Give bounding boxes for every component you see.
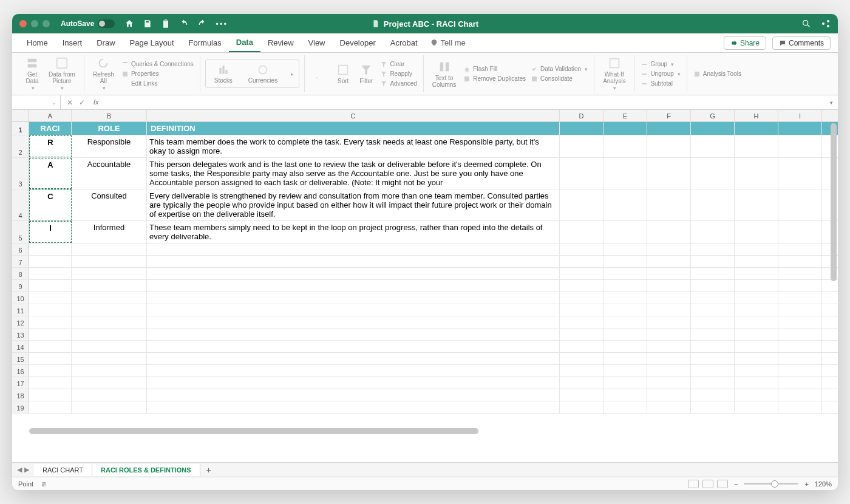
row-header-1[interactable]: 1 (12, 122, 29, 135)
cell-G8[interactable] (691, 268, 735, 279)
data-from-picture-button[interactable]: Data from Picture▾ (45, 55, 79, 93)
cell-B8[interactable] (72, 268, 147, 279)
search-icon[interactable] (801, 19, 811, 29)
queries-connections-button[interactable]: Queries & Connections (120, 60, 195, 69)
cell-G7[interactable] (691, 256, 735, 267)
normal-view-button[interactable] (688, 480, 699, 488)
cell-I17[interactable] (778, 377, 822, 389)
vertical-scrollbar[interactable] (831, 123, 837, 281)
cell-F19[interactable] (647, 401, 691, 413)
cell-I8[interactable] (778, 268, 822, 279)
save-icon[interactable] (143, 19, 152, 29)
row-header-2[interactable]: 2 (12, 135, 29, 157)
cell-G9[interactable] (691, 280, 735, 291)
row-header-16[interactable]: 16 (12, 365, 29, 376)
cell-F17[interactable] (647, 377, 691, 389)
cell-B3[interactable]: Accountable (72, 158, 147, 189)
cell-E2[interactable] (604, 135, 647, 157)
row-header-7[interactable]: 7 (12, 256, 29, 267)
tell-me[interactable]: Tell me (430, 38, 466, 47)
cell-I6[interactable] (778, 243, 822, 255)
cell-G1[interactable] (691, 122, 735, 135)
home-icon[interactable] (124, 19, 134, 29)
tab-developer[interactable]: Developer (333, 33, 383, 52)
cell-C8[interactable] (147, 268, 560, 279)
cell-G5[interactable] (691, 221, 735, 243)
cell-H17[interactable] (735, 377, 778, 389)
cell-G2[interactable] (691, 135, 735, 157)
share-button[interactable]: Share (724, 36, 766, 50)
cell-D15[interactable] (560, 353, 604, 364)
cell-E15[interactable] (604, 353, 647, 364)
comments-button[interactable]: Comments (772, 36, 831, 50)
cell-H9[interactable] (735, 280, 778, 291)
cell-F5[interactable] (647, 221, 691, 243)
cell-H7[interactable] (735, 256, 778, 267)
row-header-14[interactable]: 14 (12, 341, 29, 352)
cell-D18[interactable] (560, 389, 604, 401)
clipboard-icon[interactable] (161, 19, 171, 29)
spreadsheet-grid[interactable]: ABCDEFGHI 1RACIROLEDEFINITION2RResponsib… (12, 110, 838, 462)
row-header-15[interactable]: 15 (12, 353, 29, 364)
cell-H15[interactable] (735, 353, 778, 364)
stocks-button[interactable]: Stocks (211, 63, 236, 85)
cell-H4[interactable] (735, 189, 778, 220)
cell-B6[interactable] (72, 243, 147, 255)
cell-C19[interactable] (147, 401, 560, 413)
cell-C9[interactable] (147, 280, 560, 291)
cell-H18[interactable] (735, 389, 778, 401)
cell-B9[interactable] (72, 280, 147, 291)
cell-H6[interactable] (735, 243, 778, 255)
clear-filter-button[interactable]: Clear (379, 60, 418, 69)
cell-E3[interactable] (604, 158, 647, 189)
cell-C12[interactable] (147, 316, 560, 328)
cell-D1[interactable] (560, 122, 604, 135)
cell-C16[interactable] (147, 365, 560, 376)
cell-E17[interactable] (604, 377, 647, 389)
cell-C13[interactable] (147, 329, 560, 340)
column-header-C[interactable]: C (147, 110, 560, 121)
cell-E10[interactable] (604, 292, 647, 304)
cell-D11[interactable] (560, 304, 604, 316)
cell-D5[interactable] (560, 221, 604, 243)
tab-review[interactable]: Review (260, 33, 301, 52)
cell-I1[interactable] (778, 122, 822, 135)
cell-G15[interactable] (691, 353, 735, 364)
data-types-more[interactable]: ▸ (291, 71, 294, 77)
cell-E9[interactable] (604, 280, 647, 291)
expand-formula-bar[interactable]: ▾ (830, 100, 838, 106)
accept-formula-icon[interactable]: ✓ (79, 98, 85, 107)
cell-D17[interactable] (560, 377, 604, 389)
cell-B15[interactable] (72, 353, 147, 364)
cell-F14[interactable] (647, 341, 691, 352)
cell-B17[interactable] (72, 377, 147, 389)
cell-G13[interactable] (691, 329, 735, 340)
cell-B18[interactable] (72, 389, 147, 401)
column-header-H[interactable]: H (735, 110, 778, 121)
cell-B4[interactable]: Consulted (72, 189, 147, 220)
cell-H10[interactable] (735, 292, 778, 304)
cell-E1[interactable] (604, 122, 647, 135)
cell-B5[interactable]: Informed (72, 221, 147, 243)
cell-B13[interactable] (72, 329, 147, 340)
data-validation-button[interactable]: Data Validation▾ (529, 65, 589, 73)
cell-H1[interactable] (735, 122, 778, 135)
cell-F6[interactable] (647, 243, 691, 255)
cell-A19[interactable] (29, 401, 72, 413)
cell-I14[interactable] (778, 341, 822, 352)
cell-D4[interactable] (560, 189, 604, 220)
cell-A11[interactable] (29, 304, 72, 316)
cell-I18[interactable] (778, 389, 822, 401)
cell-D8[interactable] (560, 268, 604, 279)
cell-E18[interactable] (604, 389, 647, 401)
cell-F1[interactable] (647, 122, 691, 135)
cell-F2[interactable] (647, 135, 691, 157)
cell-G4[interactable] (691, 189, 735, 220)
cell-H5[interactable] (735, 221, 778, 243)
cell-D14[interactable] (560, 341, 604, 352)
cell-E14[interactable] (604, 341, 647, 352)
row-header-9[interactable]: 9 (12, 280, 29, 291)
cell-G6[interactable] (691, 243, 735, 255)
cell-C5[interactable]: These team members simply need to be kep… (147, 221, 560, 243)
cell-I16[interactable] (778, 365, 822, 376)
